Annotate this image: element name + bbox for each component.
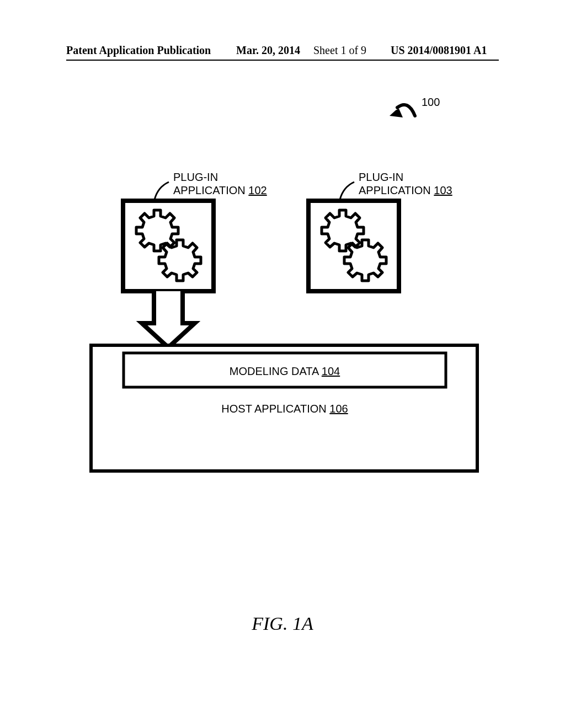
plugin-b-label-line2: APPLICATION 103 bbox=[359, 184, 452, 196]
plugin-a-label-line1: PLUG-IN bbox=[173, 171, 218, 183]
ref-100-arrowhead bbox=[390, 109, 403, 117]
plugin-b-leader bbox=[340, 182, 354, 200]
ref-100: 100 bbox=[422, 96, 440, 108]
plugin-a-label-line2: APPLICATION 102 bbox=[173, 184, 267, 196]
figure-1a-diagram: 100 PLUG-IN APPLICATION 102 PLUG-IN APPL… bbox=[0, 0, 565, 728]
plugin-a-leader bbox=[154, 182, 169, 200]
host-app-label: HOST APPLICATION 106 bbox=[221, 403, 348, 415]
plugin-b-label-line1: PLUG-IN bbox=[359, 171, 403, 183]
modeling-data-label: MODELING DATA 104 bbox=[230, 365, 340, 377]
block-arrow-down bbox=[142, 291, 195, 347]
